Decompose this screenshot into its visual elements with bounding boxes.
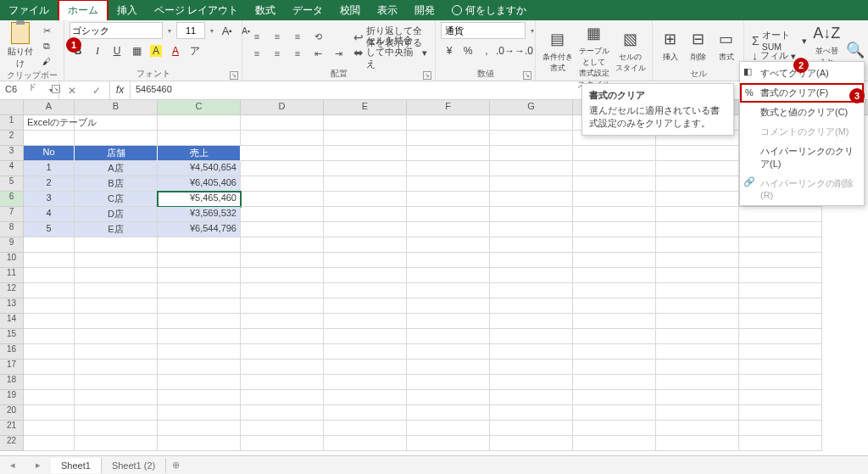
cell-I22[interactable]	[656, 436, 739, 451]
cell-B5[interactable]: B店	[75, 176, 158, 192]
row-header[interactable]: 6	[0, 192, 24, 207]
cell-A19[interactable]	[24, 390, 75, 405]
cell-A7[interactable]: 4	[24, 207, 75, 222]
col-header-G[interactable]: G	[490, 100, 573, 114]
cell-E12[interactable]	[324, 283, 407, 298]
cell-I9[interactable]	[656, 237, 739, 253]
tab-file[interactable]: ファイル	[0, 0, 58, 20]
chevron-down-icon[interactable]: ▾	[164, 27, 175, 35]
cell-C22[interactable]	[158, 436, 241, 451]
cell-H21[interactable]	[573, 421, 656, 436]
cell-E15[interactable]	[324, 329, 407, 344]
cell-D18[interactable]	[241, 375, 324, 390]
delete-cells-button[interactable]: ⊟削除	[686, 28, 710, 63]
cell-A5[interactable]: 2	[24, 176, 75, 192]
row-header[interactable]: 12	[0, 283, 24, 298]
font-color-button[interactable]: A	[167, 42, 184, 59]
cell-C5[interactable]: ¥6,405,406	[158, 176, 241, 192]
row-header[interactable]: 20	[0, 405, 24, 421]
cell-G17[interactable]	[490, 360, 573, 375]
cell-A20[interactable]	[24, 405, 75, 421]
col-header-E[interactable]: E	[324, 100, 407, 114]
cell-E4[interactable]	[324, 161, 407, 176]
cell-A1[interactable]: Excelのテーブル	[24, 115, 75, 131]
cell-G15[interactable]	[490, 329, 573, 344]
accounting-button[interactable]: ¥	[441, 42, 458, 59]
comma-button[interactable]: ,	[478, 42, 495, 59]
sheet-nav-first[interactable]: ◂	[10, 460, 15, 471]
cell-F20[interactable]	[407, 405, 490, 421]
row-header[interactable]: 10	[0, 253, 24, 268]
cell-J22[interactable]	[739, 436, 822, 451]
cell-F11[interactable]	[407, 268, 490, 283]
clear-contents-item[interactable]: 数式と値のクリア(C)	[740, 103, 864, 122]
cell-E10[interactable]	[324, 253, 407, 268]
cell-H4[interactable]	[573, 161, 656, 176]
insert-cells-button[interactable]: ⊞挿入	[658, 28, 682, 63]
alignment-launcher[interactable]: ↘	[423, 71, 431, 80]
number-format-select[interactable]	[441, 22, 526, 39]
enter-formula[interactable]: ✓	[92, 85, 101, 97]
cell-I7[interactable]	[656, 207, 739, 222]
row-header[interactable]: 19	[0, 390, 24, 405]
row-header[interactable]: 11	[0, 268, 24, 283]
cell-A15[interactable]	[24, 329, 75, 344]
cell-J15[interactable]	[739, 329, 822, 344]
cell-G16[interactable]	[490, 344, 573, 360]
cell-E21[interactable]	[324, 421, 407, 436]
cell-G3[interactable]	[490, 146, 573, 161]
cell-J20[interactable]	[739, 405, 822, 421]
cell-I3[interactable]	[656, 146, 739, 161]
cell-E14[interactable]	[324, 314, 407, 329]
cell-H19[interactable]	[573, 390, 656, 405]
cell-C20[interactable]	[158, 405, 241, 421]
cell-F14[interactable]	[407, 314, 490, 329]
col-header-C[interactable]: C	[158, 100, 241, 114]
cell-B15[interactable]	[75, 329, 158, 344]
cell-B12[interactable]	[75, 283, 158, 298]
cell-D9[interactable]	[241, 237, 324, 253]
border-button[interactable]: ▦	[128, 42, 145, 59]
cell-D5[interactable]	[241, 176, 324, 192]
row-header[interactable]: 15	[0, 329, 24, 344]
cell-B21[interactable]	[75, 421, 158, 436]
grow-font-button[interactable]: A▴	[219, 22, 236, 39]
sheet-tab-other[interactable]: Sheet1 (2)	[102, 458, 166, 473]
cell-B14[interactable]	[75, 314, 158, 329]
cell-C12[interactable]	[158, 283, 241, 298]
cell-E22[interactable]	[324, 436, 407, 451]
underline-button[interactable]: U	[108, 42, 125, 59]
phonetic-button[interactable]: ア	[186, 42, 203, 59]
cell-B9[interactable]	[75, 237, 158, 253]
cell-C11[interactable]	[158, 268, 241, 283]
cell-J9[interactable]	[739, 237, 822, 253]
tab-review[interactable]: 校閲	[331, 0, 369, 20]
cell-A2[interactable]	[24, 131, 75, 146]
cell-styles-button[interactable]: ▧セルの スタイル	[614, 28, 647, 74]
cell-D13[interactable]	[241, 298, 324, 314]
cell-B13[interactable]	[75, 298, 158, 314]
font-launcher[interactable]: ↘	[230, 71, 238, 80]
tab-view[interactable]: 表示	[369, 0, 406, 20]
cell-G5[interactable]	[490, 176, 573, 192]
cell-G12[interactable]	[490, 283, 573, 298]
cell-D3[interactable]	[241, 146, 324, 161]
chevron-down-icon[interactable]: ▾	[207, 27, 217, 35]
cell-I19[interactable]	[656, 390, 739, 405]
cell-H7[interactable]	[573, 207, 656, 222]
cell-B8[interactable]: E店	[75, 222, 158, 237]
tab-developer[interactable]: 開発	[406, 0, 443, 20]
cell-I11[interactable]	[656, 268, 739, 283]
row-header[interactable]: 13	[0, 298, 24, 314]
cell-I21[interactable]	[656, 421, 739, 436]
cell-F22[interactable]	[407, 436, 490, 451]
cell-B19[interactable]	[75, 390, 158, 405]
cell-B18[interactable]	[75, 375, 158, 390]
cell-A12[interactable]	[24, 283, 75, 298]
worksheet-grid[interactable]: ABCDEFGHIJ 1Excelのテーブル23No店舗売上41A店¥4,540…	[0, 100, 868, 456]
conditional-format-button[interactable]: ▤条件付き 書式	[541, 28, 574, 74]
cell-A14[interactable]	[24, 314, 75, 329]
cell-H10[interactable]	[573, 253, 656, 268]
row-header[interactable]: 4	[0, 161, 24, 176]
cell-G2[interactable]	[490, 131, 573, 146]
